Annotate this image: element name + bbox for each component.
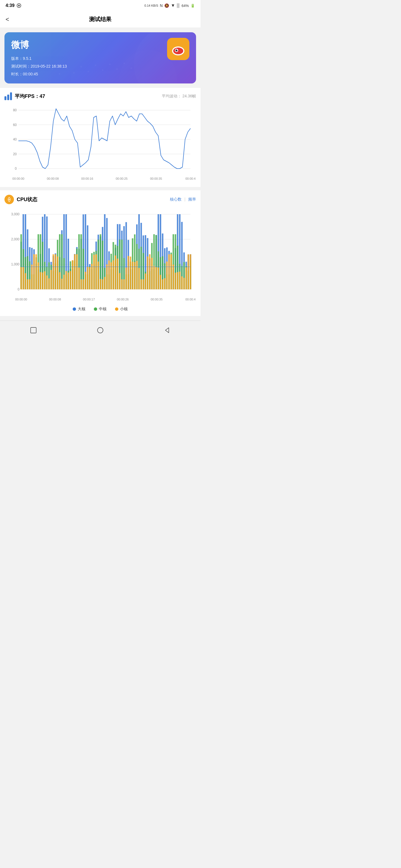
legend-big-core-dot (73, 307, 76, 311)
cpu-left: CPU状态 (4, 195, 37, 204)
legend-big-core: 大核 (73, 307, 85, 312)
nav-back-button[interactable] (162, 325, 173, 336)
cpu-title: CPU状态 (17, 196, 37, 203)
battery-display: 64% (181, 4, 189, 8)
svg-point-20 (9, 199, 10, 200)
page-title: 测试结果 (89, 16, 111, 23)
app-meta: 版本：9.5.1 测试时间：2019-05-22 16:38:13 时长：00:… (11, 55, 189, 78)
app-icon (167, 38, 189, 60)
status-right: 0.14 KB/S N 🔕 ▼ ▉ 64% 🔋 (144, 3, 195, 8)
svg-marker-23 (165, 328, 169, 333)
nav-recent-button[interactable] (28, 325, 39, 336)
legend-mid-core-dot (94, 307, 97, 311)
status-bar: 4:39 0.14 KB/S N 🔕 ▼ ▉ 64% 🔋 (0, 0, 200, 11)
svg-point-19 (176, 50, 177, 50)
legend-small-core-dot (115, 307, 118, 311)
legend-small-core: 小核 (115, 307, 128, 312)
fps-left: 平均FPS：47 (4, 92, 45, 100)
svg-rect-21 (31, 328, 36, 333)
legend-mid-core-label: 中核 (99, 307, 107, 312)
wifi-icon: ▼ (171, 3, 175, 8)
page-header: < 测试结果 (0, 11, 200, 28)
app-info-card: 微博 版本：9.5.1 测试时间：2019-05-22 16:38:13 时长：… (4, 32, 196, 84)
freq-link[interactable]: 频率 (188, 197, 196, 202)
fps-title: 平均FPS：47 (15, 93, 45, 100)
svg-point-22 (97, 328, 103, 333)
cpu-chart (4, 209, 196, 303)
cpu-legend: 大核 中核 小核 (4, 307, 196, 312)
signal-icon: ▉ (177, 3, 180, 8)
back-button[interactable]: < (6, 16, 9, 23)
cpu-icon (4, 195, 14, 204)
fps-bars-icon (4, 92, 12, 100)
network-speed: 0.14 KB/S (144, 4, 158, 7)
fps-header: 平均FPS：47 平均波动： 24.36帧 (4, 92, 196, 100)
nfc-icon: N (160, 3, 163, 8)
legend-small-core-label: 小核 (120, 307, 128, 312)
legend-mid-core: 中核 (94, 307, 107, 312)
time-display: 4:39 (6, 3, 15, 8)
fps-chart (4, 104, 196, 183)
bottom-navigation (0, 320, 200, 341)
cpu-header: CPU状态 核心数 | 频率 (4, 195, 196, 204)
cpu-right: 核心数 | 频率 (170, 197, 196, 202)
cpu-section: CPU状态 核心数 | 频率 大核 中核 小核 (0, 190, 200, 316)
record-icon (17, 3, 21, 8)
fps-section: 平均FPS：47 平均波动： 24.36帧 (0, 88, 200, 187)
core-count-link[interactable]: 核心数 (170, 197, 181, 202)
status-time: 4:39 (6, 3, 21, 8)
mute-icon: 🔕 (164, 3, 169, 8)
battery-icon: 🔋 (191, 4, 195, 8)
fps-fluctuation: 平均波动： 24.36帧 (162, 94, 196, 99)
svg-point-16 (173, 48, 183, 54)
legend-big-core-label: 大核 (78, 307, 85, 312)
nav-home-button[interactable] (95, 325, 106, 336)
